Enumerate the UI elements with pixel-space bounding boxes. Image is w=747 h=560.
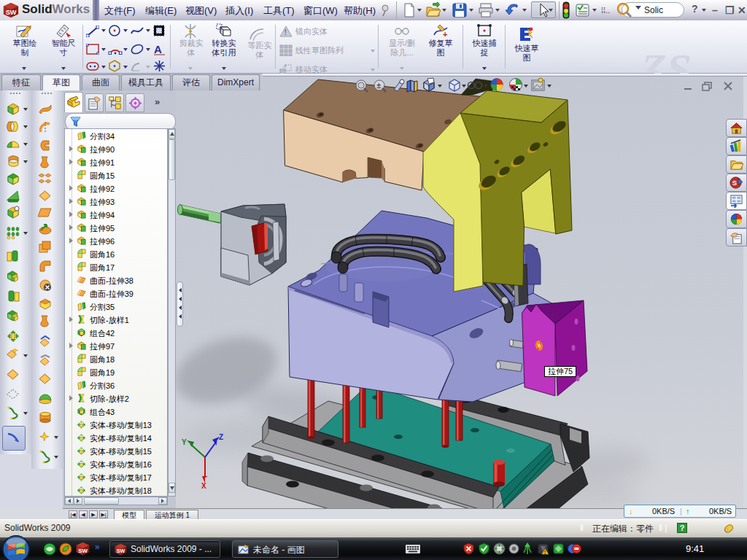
svg-text:±: ± [377,82,382,90]
svg-text:S: S [732,179,737,187]
svg-text:!: ! [544,550,546,555]
svg-text:X: X [201,482,206,490]
svg-text:Z: Z [219,433,223,441]
svg-text:SW: SW [6,9,17,16]
svg-text:SW: SW [117,548,125,554]
svg-text:+: + [443,30,447,38]
svg-text:!: ! [285,28,287,36]
svg-text:A: A [154,43,162,55]
svg-text:Y: Y [182,438,187,446]
svg-text:SW: SW [78,548,88,554]
